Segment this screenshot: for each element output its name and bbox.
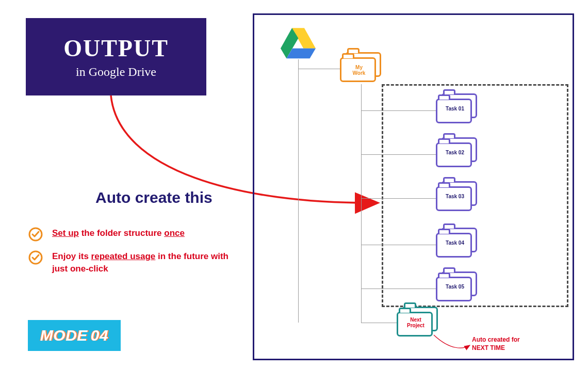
folder-task-4: Task 04 [436,228,482,260]
mode-number: 04 [91,327,108,344]
tree-line [361,198,436,199]
folder-my-work: My Work [340,52,386,84]
check-icon [28,227,43,242]
header-title: OUTPUT [63,35,169,62]
tree-line [361,84,362,323]
folder-task-3: Task 03 [436,181,482,213]
tree-line [361,110,436,111]
tree-line [361,289,436,289]
callout-title: Auto create this [95,189,213,206]
folder-task-1: Task 01 [436,93,482,125]
tree-line [361,245,436,245]
folder-label: Next Project [400,317,432,328]
bullet-1-text: Set up the folder structure once [52,227,185,239]
diagram-frame: My Work Task 01 Task 02 Task 03 Task 04 … [253,13,574,360]
folder-next-project: Next Project [397,307,443,339]
folder-label: My Work [343,65,375,76]
check-icon [28,250,43,265]
bullet-row-1: Set up the folder structure once [28,227,235,242]
folder-task-2: Task 02 [436,137,482,169]
auto-created-note: Auto created for NEXT TIME [472,336,520,352]
tree-line [298,59,299,323]
folder-label: Task 02 [439,150,471,155]
folder-label: Task 03 [439,194,471,199]
output-header-box: OUTPUT in Google Drive [26,18,206,95]
folder-label: Task 01 [439,106,471,111]
folder-label: Task 05 [439,284,471,290]
tree-line [361,154,436,155]
folder-label: Task 04 [439,240,471,246]
folder-task-5: Task 05 [436,271,482,303]
bullet-2-text: Enjoy its repeated usage in the future w… [52,250,235,275]
tree-line [361,323,397,323]
google-drive-icon [280,26,317,61]
tree-line [298,69,340,69]
mode-word: MODE [40,327,88,344]
header-subtitle: in Google Drive [76,65,156,79]
mode-badge: MODE 04 [28,320,121,351]
bullet-row-2: Enjoy its repeated usage in the future w… [28,250,235,275]
